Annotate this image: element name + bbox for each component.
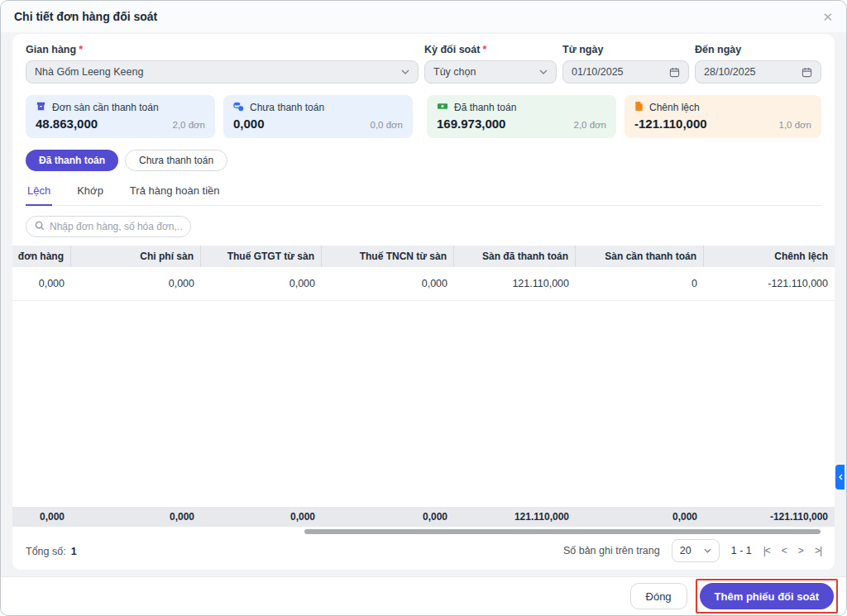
last-page-icon[interactable]: >|: [815, 545, 821, 556]
search-icon: [35, 219, 45, 234]
table-header-row: đơn hàngChi phí sànThuế GTGT từ sànThuế …: [12, 246, 835, 267]
per-page-value: 20: [680, 545, 691, 556]
to-date-label: Đến ngày: [695, 44, 821, 55]
chevron-down-icon: [401, 69, 409, 74]
tab-bar: Lệch Khớp Trả hàng hoàn tiền: [26, 181, 821, 206]
table-cell: 0,000: [322, 267, 454, 300]
from-date-value: 01/10/2025: [572, 66, 624, 78]
tab-returns[interactable]: Trả hàng hoàn tiền: [128, 181, 222, 205]
close-button[interactable]: Đóng: [630, 583, 687, 609]
stat-count: 1,0 đơn: [778, 120, 811, 130]
banknote-icon: [437, 101, 448, 114]
table-cell: Thuế TNCN từ sàn: [322, 246, 454, 267]
modal-header: Chi tiết đơn hàng đối soát ✕: [1, 1, 846, 32]
next-page-icon[interactable]: >: [798, 545, 803, 556]
side-panel-toggle[interactable]: [835, 465, 845, 489]
tab-khop[interactable]: Khớp: [75, 181, 105, 205]
table-cell: Sàn cần thanh toán: [576, 246, 704, 267]
tab-lech[interactable]: Lệch: [26, 181, 52, 206]
stat-value: 48.863,000: [36, 117, 98, 131]
search-input[interactable]: [50, 221, 182, 232]
calendar-icon[interactable]: [802, 67, 812, 78]
pill-unpaid[interactable]: Chưa thanh toán: [125, 150, 227, 171]
period-label: Kỳ đối soát*: [424, 44, 557, 55]
table-cell: 0,000: [576, 507, 704, 527]
table-cell: 0,000: [12, 507, 71, 527]
receipt-icon: [634, 101, 644, 114]
per-page-select[interactable]: 20: [672, 539, 720, 562]
add-reconciliation-button[interactable]: Thêm phiếu đối soát: [700, 583, 834, 609]
stat-value: -121.110,000: [634, 117, 707, 131]
from-date-label: Từ ngày: [562, 44, 689, 55]
to-date-value: 28/10/2025: [704, 66, 756, 78]
stat-cards: Đơn sàn cần thanh toán 48.863,0002,0 đơn…: [26, 95, 821, 138]
table-cell: -121.110,000: [704, 507, 835, 527]
store-select-value: Nhà Gốm Leeng Keeng: [35, 66, 143, 78]
table-row: 0,0000,0000,0000,000121.110,0000-121.110…: [12, 267, 835, 301]
reconciliation-table: đơn hàngChi phí sànThuế GTGT từ sànThuế …: [12, 246, 835, 301]
search-box: [26, 216, 191, 237]
table-cell: 0,000: [201, 267, 322, 300]
box-icon: [36, 101, 46, 114]
table-cell: 0,000: [201, 507, 322, 527]
reconciliation-modal: Chi tiết đơn hàng đối soát ✕ Gian hàng* …: [0, 0, 847, 616]
stat-count: 0,0 đơn: [370, 120, 403, 130]
status-pills: Đã thanh toán Chưa thanh toán: [26, 150, 821, 171]
table-cell: Thuế GTGT từ sàn: [201, 246, 322, 267]
table-cell: -121.110,000: [704, 267, 835, 300]
period-select-value: Tùy chọn: [433, 66, 476, 78]
pagination-row: Tổng số:1 Số bản ghi trên trang 20 1 - 1…: [12, 537, 835, 565]
total-count: Tổng số:1: [26, 543, 77, 558]
table-cell: 0,000: [12, 267, 71, 300]
table-cell: 0: [576, 267, 704, 300]
annotation-highlight: Thêm phiếu đối soát: [696, 579, 838, 614]
stat-count: 2,0 đơn: [172, 120, 205, 130]
table-cell: 0,000: [71, 267, 201, 300]
table-cell: Chênh lệch: [704, 246, 835, 267]
stat-value: 169.973,000: [437, 117, 505, 131]
table-cell: 0,000: [71, 507, 201, 527]
chevron-down-icon: [539, 69, 548, 74]
table-cell: 121.110,000: [454, 267, 576, 300]
table-cell: Sàn đã thanh toán: [454, 246, 576, 267]
first-page-icon[interactable]: |<: [763, 545, 770, 556]
close-icon[interactable]: ✕: [822, 11, 833, 23]
coins-icon: [233, 101, 244, 114]
to-date-input[interactable]: 28/10/2025: [695, 60, 821, 84]
table-cell: 0,000: [322, 507, 454, 527]
table-cell: Chi phí sàn: [71, 246, 201, 267]
prev-page-icon[interactable]: <: [782, 545, 787, 556]
scrollbar-thumb[interactable]: [304, 529, 821, 534]
stat-card-platform-due: Đơn sàn cần thanh toán 48.863,0002,0 đơn: [26, 95, 215, 138]
stat-count: 2,0 đơn: [573, 120, 606, 130]
chevron-left-icon: [838, 474, 843, 480]
from-date-input[interactable]: 01/10/2025: [562, 60, 689, 84]
calendar-icon[interactable]: [669, 67, 680, 78]
pill-paid[interactable]: Đã thanh toán: [26, 150, 118, 171]
stat-value: 0,000: [233, 117, 265, 131]
period-select[interactable]: Tùy chọn: [424, 60, 557, 84]
stat-card-difference: Chênh lệch -121.110,0001,0 đơn: [624, 95, 821, 138]
table-cell: đơn hàng: [12, 246, 71, 267]
modal-footer: Đóng Thêm phiếu đối soát: [1, 576, 846, 615]
table-cell: 121.110,000: [454, 507, 576, 527]
chevron-down-icon: [704, 548, 711, 553]
content-card: Gian hàng* Nhà Gốm Leeng Keeng Kỳ đối so…: [12, 34, 835, 570]
stat-card-unpaid: Chưa thanh toán 0,0000,0 đơn: [223, 95, 413, 138]
table-footer-block: 0,0000,0000,0000,000121.110,0000,000-121…: [12, 507, 835, 565]
horizontal-scrollbar: [14, 529, 833, 534]
store-label: Gian hàng*: [26, 44, 419, 55]
totals-row: 0,0000,0000,0000,000121.110,0000,000-121…: [12, 507, 835, 527]
filter-row: Gian hàng* Nhà Gốm Leeng Keeng Kỳ đối so…: [26, 44, 821, 84]
per-page-label: Số bản ghi trên trang: [563, 545, 660, 556]
stat-card-paid: Đã thanh toán 169.973,0002,0 đơn: [427, 95, 616, 138]
modal-title: Chi tiết đơn hàng đối soát: [14, 10, 157, 23]
store-select[interactable]: Nhà Gốm Leeng Keeng: [26, 60, 419, 84]
page-range: 1 - 1: [731, 545, 752, 556]
